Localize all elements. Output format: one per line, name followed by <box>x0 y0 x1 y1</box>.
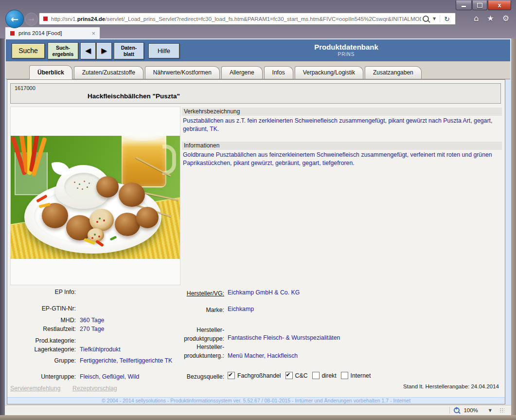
rezeptvorschlag-link[interactable]: Rezeptvorschlag <box>72 385 117 392</box>
tab-close-icon[interactable]: × <box>91 30 95 37</box>
meatball-cut-graphic <box>89 209 114 231</box>
home-icon[interactable]: ⌂ <box>474 14 479 23</box>
divider <box>449 407 450 414</box>
servierempfehlung-link[interactable]: Servierempfehlung <box>10 385 60 392</box>
field-value: Tiefkühlprodukt <box>80 346 121 353</box>
field-label: Restlaufzeit: <box>7 326 76 332</box>
maximize-icon <box>477 3 482 8</box>
zoom-control[interactable]: 100% ▼ <box>449 405 504 415</box>
address-bar-icons: ▼ ↻ <box>421 15 455 23</box>
overview-content: 1617000 Hackfleischbällchen "Puszta" <box>7 79 505 404</box>
page-footer: © 2004 - 2014 sellysolutions - Produktin… <box>7 397 505 404</box>
checkbox-label: C&C <box>295 372 308 379</box>
forward-button[interactable]: → <box>25 13 38 26</box>
refresh-icon[interactable]: ↻ <box>444 15 450 23</box>
gear-icon[interactable]: ⚙ <box>502 14 509 23</box>
checkbox-internet[interactable] <box>341 372 348 379</box>
field-label: EP-GTIN-Nr: <box>7 305 76 312</box>
field-value: 270 Tage <box>80 326 104 332</box>
meatball-graphic <box>96 176 119 198</box>
back-arrow-icon: ← <box>11 14 18 24</box>
informationen-header: Informationen <box>182 142 502 150</box>
bezugsquelle-options: Fachgroßhandel C&C direkt Internet <box>228 372 371 379</box>
verkehrsbezeichnung-header: Verkehrsbezeichnung <box>182 108 502 116</box>
checkbox-cc[interactable] <box>285 372 293 379</box>
tab-zusatzangaben[interactable]: Zusatzangaben <box>365 66 422 79</box>
tab-ueberblick[interactable]: Überblick <box>29 65 72 79</box>
product-header: 1617000 Hackfleischbällchen "Puszta" <box>10 83 501 104</box>
forward-arrow-icon: → <box>29 16 35 23</box>
marke-value: Eichkamp <box>228 306 254 312</box>
produktgruppe-label-line2: produktgruppe: <box>184 335 224 342</box>
suchergebnis-line2: ergebnis <box>48 51 78 57</box>
produktunterg-value: Menü Macher, Hackfleisch <box>228 352 298 359</box>
field-label: Untergruppe: <box>7 373 76 380</box>
back-button[interactable]: ← <box>5 10 24 28</box>
bezugsquelle-label: Bezugsquelle: <box>119 372 224 381</box>
meatball-graphic <box>136 207 159 228</box>
marke-label: Marke: <box>119 306 224 314</box>
favorites-star-icon[interactable]: ★ <box>487 14 494 23</box>
suchergebnis-line1: Such- <box>48 45 78 51</box>
field-value: 360 Tage <box>80 317 104 324</box>
checkbox-label: Fachgroßhandel <box>237 372 281 379</box>
product-name: Hackfleischbällchen "Puszta" <box>88 92 180 100</box>
status-bar: 100% ▼ <box>5 405 511 415</box>
app-subtitle: PRiNS <box>259 52 434 57</box>
tab-favicon <box>10 31 15 36</box>
divider <box>440 15 440 22</box>
produktgruppe-label: Hersteller- produktgruppe: <box>119 326 224 343</box>
checkbox-direkt[interactable] <box>312 372 320 379</box>
zoom-magnifier-icon <box>454 407 460 413</box>
tab-title: prins 2014 [Food] <box>18 30 91 36</box>
window-frame-left <box>0 38 5 415</box>
window-controls: x <box>455 0 511 10</box>
browser-tab[interactable]: prins 2014 [Food] × <box>5 27 100 39</box>
suchergebnis-button[interactable]: Such- ergebnis <box>48 42 78 59</box>
field-mhd: MHD:360 Tage <box>7 317 180 324</box>
tab-zutaten-zusatzstoffe[interactable]: Zutaten/Zusatzstoffe <box>74 66 143 79</box>
produktgruppe-value: Fantastische Fleisch- & Wurstspezialität… <box>228 334 340 341</box>
product-number: 1617000 <box>15 85 36 91</box>
address-bar[interactable]: http://srv1.prins24.de/servlet/_Load_pri… <box>39 13 456 25</box>
tab-naehrwerte-kostformen[interactable]: Nährwerte/Kostformen <box>145 66 220 79</box>
url-text: http://srv1.prins24.de/servlet/_Load_pri… <box>51 16 421 22</box>
chevron-down-icon[interactable]: ▼ <box>433 17 436 21</box>
app-title-block: Produktdatenbank PRiNS <box>259 43 434 57</box>
tab-infos[interactable]: Infos <box>264 66 293 79</box>
search-icon[interactable] <box>423 16 429 22</box>
datenblatt-line1: Daten- <box>114 45 143 51</box>
pepper-glass-graphic <box>15 152 48 195</box>
field-label: MHD: <box>7 317 76 324</box>
datenblatt-button[interactable]: Daten- blatt <box>114 42 144 59</box>
minimize-button[interactable] <box>456 0 472 10</box>
field-label: Lagerkategorie: <box>7 346 76 353</box>
field-label: EP Info: <box>7 289 76 295</box>
product-photo <box>11 136 180 259</box>
next-record-button[interactable]: ▶ <box>96 42 112 59</box>
produktgruppe-label-line1: Hersteller- <box>196 327 224 333</box>
close-icon: x <box>498 2 501 9</box>
browser-action-icons: ⌂ ★ ⚙ <box>474 14 509 23</box>
hersteller-label: Hersteller/VG: <box>119 289 224 298</box>
app-toolbar: Suche Such- ergebnis ◀ ▶ Daten- blatt Hi… <box>6 39 510 61</box>
app-title: Produktdatenbank <box>259 43 434 51</box>
produktunterg-label-line1: Hersteller- <box>196 344 224 350</box>
dip-herbs-graphic <box>74 182 75 183</box>
tab-verpackung-logistik[interactable]: Verpackung/Logistik <box>295 66 363 79</box>
browser-window: x ← → http://srv1.prins24.de/servlet/_Lo… <box>0 0 516 420</box>
tab-allergene[interactable]: Allergene <box>221 66 263 79</box>
resize-grip[interactable] <box>499 408 504 413</box>
window-frame-right <box>511 38 516 415</box>
checkbox-fachgrosshandel[interactable] <box>228 372 235 379</box>
maximize-button[interactable] <box>472 0 487 10</box>
zoom-chevron-icon[interactable]: ▼ <box>489 408 492 413</box>
informationen-text: Goldbraune Pusztabällchen aus feinzerkle… <box>183 151 501 167</box>
right-triangle-icon: ▶ <box>101 46 107 55</box>
hilfe-button[interactable]: Hilfe <box>148 43 179 58</box>
suche-button[interactable]: Suche <box>12 43 45 58</box>
previous-record-button[interactable]: ◀ <box>80 42 96 59</box>
close-button[interactable]: x <box>488 0 511 10</box>
field-label: Gruppe: <box>7 357 76 364</box>
checkbox-label: Internet <box>351 372 371 379</box>
